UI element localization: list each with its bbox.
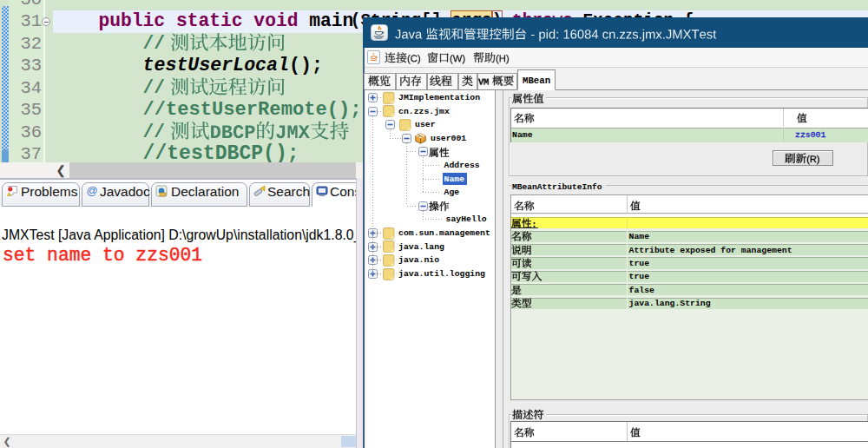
svg-text:@: @ (86, 185, 97, 197)
